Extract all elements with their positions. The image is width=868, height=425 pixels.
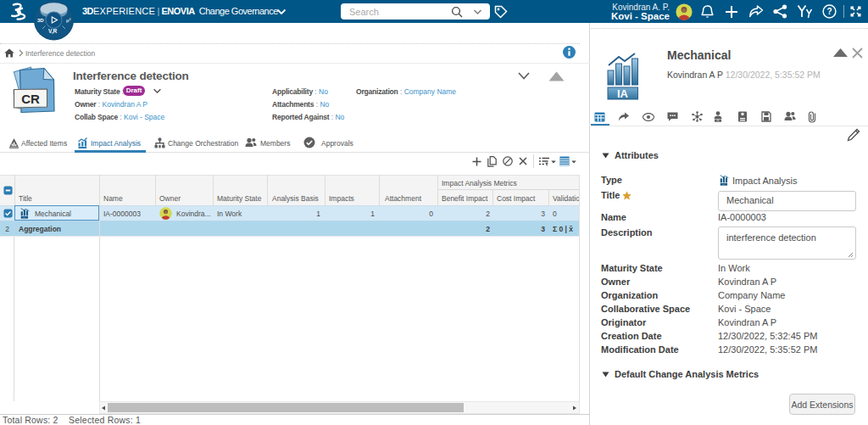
svg-text:IA: IA [617,87,629,100]
svg-text:IA: IA [723,183,726,186]
svg-text:CR: CR [21,92,40,106]
svg-text:IA: IA [24,216,26,219]
svg-text:?: ? [826,7,832,16]
svg-text:V,R: V,R [48,28,58,35]
svg-text:3D: 3D [37,18,44,23]
svg-text:µ²: µ² [66,18,70,23]
svg-text:ID: ID [717,119,720,122]
